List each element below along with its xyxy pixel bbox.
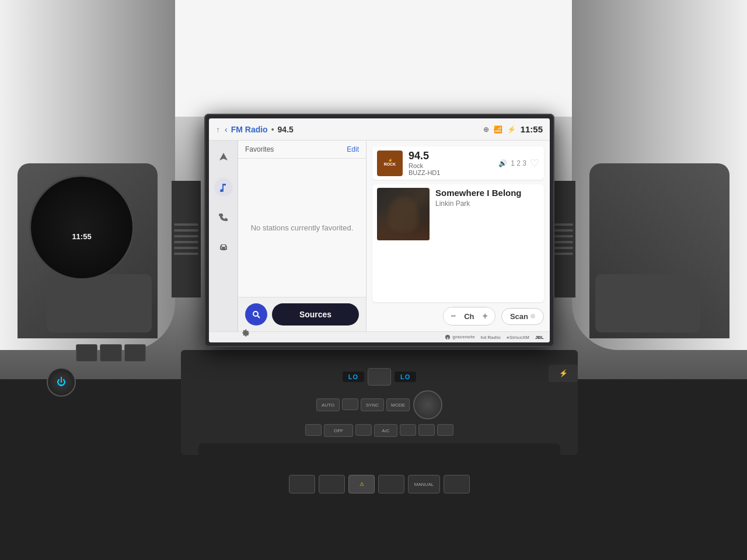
no-favorites-text: No stations currently favorited. xyxy=(251,222,354,234)
edit-button[interactable]: Edit xyxy=(347,145,359,153)
scan-button[interactable]: Scan xyxy=(501,308,544,325)
volume-icon: 🔊 xyxy=(498,159,507,167)
scan-dot xyxy=(530,314,535,318)
settings-button[interactable] xyxy=(240,329,250,340)
sources-button[interactable]: Sources xyxy=(272,303,359,326)
sidebar-icon-phone[interactable] xyxy=(214,208,233,227)
no-favorites-area: No stations currently favorited. xyxy=(238,159,366,297)
station-logo: ⚡ ROCK xyxy=(377,150,403,176)
ac-btn[interactable]: A/C xyxy=(374,424,397,437)
channel-control: − Ch + xyxy=(443,307,495,326)
ch-label: Ch xyxy=(463,312,475,321)
left-panel: Favorites Edit No stations currently fav… xyxy=(238,141,366,331)
station-frequency: 94.5 xyxy=(409,150,493,162)
ctrl-btn-3[interactable] xyxy=(355,424,372,436)
volume-knob[interactable] xyxy=(413,390,442,419)
favorites-label: Favorites xyxy=(245,145,274,153)
sidebar-icon-car[interactable] xyxy=(214,239,233,257)
ctrl-btn-4[interactable] xyxy=(400,424,416,436)
favorite-button[interactable]: ♡ xyxy=(530,157,539,170)
station-card: ⚡ ROCK 94.5 Rock BUZZ-HD1 🔊 1 2 3 ♡ xyxy=(372,146,544,180)
power-button[interactable]: ⏻ xyxy=(47,368,76,397)
ctrl-btn-2[interactable] xyxy=(305,424,322,436)
back-button[interactable]: ‹ xyxy=(225,125,228,134)
signal-off-icon: 📶 xyxy=(494,125,502,134)
station-genre: Rock xyxy=(409,162,493,169)
gauge-cluster: 11:55 xyxy=(18,163,146,327)
gracenote-logo: g gracenote xyxy=(444,334,474,340)
scan-label: Scan xyxy=(510,312,528,321)
song-card: Somewhere I Belong Linkin Park xyxy=(372,184,544,302)
ctrl-btn-1[interactable] xyxy=(342,398,358,410)
speedometer: 11:55 xyxy=(29,175,134,280)
screen-bezel: ↑ ‹ FM Radio • 94.5 ⊕ 📶 ⚡ 11:55 xyxy=(204,114,554,347)
off-btn[interactable]: OFF xyxy=(324,424,353,437)
vent-left xyxy=(172,181,201,298)
sidebar-icon-nav[interactable] xyxy=(214,148,233,166)
temp-display-right: LO xyxy=(395,372,416,382)
svg-line-2 xyxy=(257,316,260,318)
ctrl-btn-5[interactable] xyxy=(418,424,435,436)
bluetooth-icon: ⚡ xyxy=(507,125,516,134)
station-right: 🔊 1 2 3 ♡ xyxy=(498,157,539,170)
usb-port[interactable]: ⚡ xyxy=(549,365,578,382)
favorites-header: Favorites Edit xyxy=(238,141,366,159)
search-button[interactable] xyxy=(245,303,267,326)
station-id: BUZZ-HD1 xyxy=(409,169,493,176)
climate-controls: ⚠ MANUAL xyxy=(198,443,560,525)
control-row-2: AUTO SYNC MODE xyxy=(316,390,442,419)
top-bar-right: ⊕ 📶 ⚡ 11:55 xyxy=(483,124,543,134)
svg-point-1 xyxy=(253,312,258,316)
fm-frequency: 94.5 xyxy=(278,125,294,134)
nav-arrow-icon: ↑ xyxy=(216,125,220,134)
headrest-right xyxy=(595,274,700,332)
station-logo-text: ⚡ ROCK xyxy=(384,159,396,167)
sync-btn[interactable]: SYNC xyxy=(361,398,384,411)
hazard-btn[interactable]: ⚠ xyxy=(348,475,375,494)
main-content: Favorites Edit No stations currently fav… xyxy=(209,141,550,331)
left-sidebar xyxy=(209,141,238,331)
bottom-logos-bar: g gracenote hd Radio ●SiriusXM JBL xyxy=(209,331,550,342)
song-info: Somewhere I Belong Linkin Park xyxy=(435,188,539,208)
song-title: Somewhere I Belong xyxy=(435,188,539,198)
clock-display: 11:55 xyxy=(521,124,543,134)
svg-text:g: g xyxy=(447,336,449,340)
dot-separator: • xyxy=(271,125,274,134)
climate-btn-4[interactable] xyxy=(444,475,470,494)
car-controls: LO LO AUTO SYNC MODE OFF A/C xyxy=(181,350,578,455)
temp-display-left: LO xyxy=(343,372,364,382)
station-details: 94.5 Rock BUZZ-HD1 xyxy=(409,150,493,176)
fm-radio-title: FM Radio xyxy=(231,125,268,134)
gauge-clock: 11:55 xyxy=(72,232,91,241)
ctrl-btn-6[interactable] xyxy=(437,424,453,436)
svg-marker-0 xyxy=(219,153,228,160)
siriusxm-logo: ●SiriusXM xyxy=(507,335,529,340)
status-buttons-left xyxy=(76,344,146,362)
jbl-logo: JBL xyxy=(535,335,544,340)
top-bar-left: ↑ ‹ FM Radio • 94.5 xyxy=(216,125,294,134)
channel-controls: − Ch + Scan xyxy=(372,307,544,326)
fan-icon xyxy=(368,368,391,386)
preset-numbers: 1 2 3 xyxy=(511,159,526,167)
mode-btn[interactable]: MODE xyxy=(386,398,410,411)
sidebar-icon-music[interactable] xyxy=(214,178,233,197)
ch-plus-button[interactable]: + xyxy=(476,307,495,325)
control-row-3: OFF A/C xyxy=(305,424,453,437)
control-row-1: LO LO xyxy=(343,368,417,386)
climate-btn-1[interactable] xyxy=(289,475,315,494)
auto-btn[interactable]: AUTO xyxy=(316,398,340,411)
right-panel: ⚡ ROCK 94.5 Rock BUZZ-HD1 🔊 1 2 3 ♡ xyxy=(366,141,550,331)
bottom-buttons: Sources xyxy=(238,297,366,331)
song-artist: Linkin Park xyxy=(435,200,539,208)
climate-btn-2[interactable] xyxy=(319,475,345,494)
top-bar: ↑ ‹ FM Radio • 94.5 ⊕ 📶 ⚡ 11:55 xyxy=(209,118,550,141)
album-art xyxy=(377,188,430,240)
manual-btn[interactable]: MANUAL xyxy=(408,475,440,494)
infotainment-screen: ↑ ‹ FM Radio • 94.5 ⊕ 📶 ⚡ 11:55 xyxy=(209,118,550,342)
seat-right xyxy=(589,163,729,338)
climate-btn-3[interactable] xyxy=(378,475,404,494)
ch-minus-button[interactable]: − xyxy=(444,307,463,325)
hd-radio-logo: hd Radio xyxy=(481,335,501,340)
wireless-icon: ⊕ xyxy=(483,125,489,134)
